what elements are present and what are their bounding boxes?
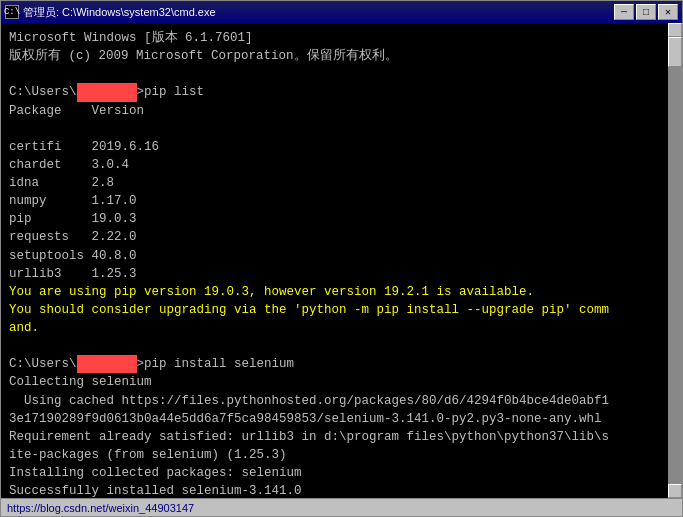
- console-line: idna 2.8: [9, 174, 674, 192]
- console-line: Requirement already satisfied: urllib3 i…: [9, 428, 674, 446]
- console-line: setuptools 40.8.0: [9, 247, 674, 265]
- title-bar-left: C:\ 管理员: C:\Windows\system32\cmd.exe: [5, 5, 216, 20]
- scroll-down-button[interactable]: ▼: [668, 484, 682, 498]
- console-line: chardet 3.0.4: [9, 156, 674, 174]
- console-line: Using cached https://files.pythonhosted.…: [9, 392, 674, 410]
- console-line: Installing collected packages: selenium: [9, 464, 674, 482]
- console-line: and.: [9, 319, 674, 337]
- title-bar-text: 管理员: C:\Windows\system32\cmd.exe: [23, 5, 216, 20]
- console-line: [9, 65, 674, 83]
- redacted-text: [77, 83, 137, 101]
- console-line: Collecting selenium: [9, 373, 674, 391]
- scrollbar[interactable]: ▲ ▼: [668, 23, 682, 498]
- title-bar-controls: ─ □ ✕: [614, 4, 678, 20]
- console-line: ite-packages (from selenium) (1.25.3): [9, 446, 674, 464]
- console-line: certifi 2019.6.16: [9, 138, 674, 156]
- scroll-track[interactable]: [668, 37, 682, 484]
- console-line: 3e17190289f9d0613b0a44e5dd6a7f5ca9845985…: [9, 410, 674, 428]
- title-bar: C:\ 管理员: C:\Windows\system32\cmd.exe ─ □…: [1, 1, 682, 23]
- close-button[interactable]: ✕: [658, 4, 678, 20]
- console-line: Microsoft Windows [版本 6.1.7601]: [9, 29, 674, 47]
- minimize-button[interactable]: ─: [614, 4, 634, 20]
- console-line: numpy 1.17.0: [9, 192, 674, 210]
- status-bar: https://blog.csdn.net/weixin_44903147: [1, 498, 682, 516]
- console-line: C:\Users\ >pip list: [9, 83, 674, 101]
- console-content: Microsoft Windows [版本 6.1.7601]版权所有 (c) …: [1, 23, 682, 498]
- console-line: C:\Users\ >pip install selenium: [9, 355, 674, 373]
- scroll-thumb[interactable]: [668, 37, 682, 67]
- console-area: Microsoft Windows [版本 6.1.7601]版权所有 (c) …: [1, 23, 682, 498]
- console-line: Successfully installed selenium-3.141.0: [9, 482, 674, 498]
- console-line: pip 19.0.3: [9, 210, 674, 228]
- cmd-window: C:\ 管理员: C:\Windows\system32\cmd.exe ─ □…: [0, 0, 683, 517]
- console-line: 版权所有 (c) 2009 Microsoft Corporation。保留所有…: [9, 47, 674, 65]
- redacted-text: [77, 355, 137, 373]
- cmd-icon: C:\: [5, 5, 19, 19]
- console-line: Package Version: [9, 102, 674, 120]
- maximize-button[interactable]: □: [636, 4, 656, 20]
- console-line: [9, 120, 674, 138]
- scroll-up-button[interactable]: ▲: [668, 23, 682, 37]
- console-line: [9, 337, 674, 355]
- console-line: You are using pip version 19.0.3, howeve…: [9, 283, 674, 301]
- console-line: urllib3 1.25.3: [9, 265, 674, 283]
- status-url: https://blog.csdn.net/weixin_44903147: [7, 502, 194, 514]
- console-line: You should consider upgrading via the 'p…: [9, 301, 674, 319]
- console-line: requests 2.22.0: [9, 228, 674, 246]
